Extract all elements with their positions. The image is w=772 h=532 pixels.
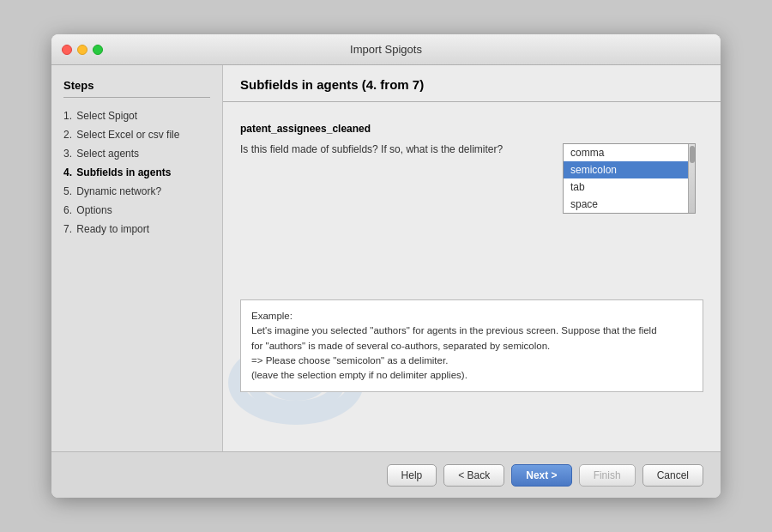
cancel-button[interactable]: Cancel <box>642 464 703 487</box>
example-line-3: => Please choose "semicolon" as a delimi… <box>251 354 692 368</box>
listbox-items: comma semicolon tab space <box>564 144 688 213</box>
close-button[interactable] <box>62 45 72 55</box>
option-semicolon[interactable]: semicolon <box>564 161 688 178</box>
question-col: Is this field made of subfields? If so, … <box>240 143 549 160</box>
steps-list: 1. Select Spigot 2. Select Excel or csv … <box>63 106 210 239</box>
step-1: 1. Select Spigot <box>63 106 210 125</box>
step-6: 6. Options <box>63 201 210 220</box>
minimize-button[interactable] <box>77 45 87 55</box>
footer: Help < Back Next > Finish Cancel <box>51 451 721 498</box>
panel-body: patent_assignees_cleaned Is this field m… <box>223 102 721 451</box>
step-4-active: 4. Subfields in agents <box>63 163 210 182</box>
finish-button: Finish <box>579 464 636 487</box>
option-tab[interactable]: tab <box>564 178 688 196</box>
field-label: patent_assignees_cleaned <box>240 123 703 135</box>
window-controls <box>62 45 103 55</box>
step-5: 5. Dynamic network? <box>63 182 210 201</box>
maximize-button[interactable] <box>93 45 103 55</box>
main-window: Import Spigots Steps 1. Select Spigot 2.… <box>51 34 721 498</box>
help-button[interactable]: Help <box>387 464 437 487</box>
example-box: Example: Let's imagine you selected "aut… <box>240 299 703 392</box>
scrollbar[interactable] <box>688 144 695 213</box>
titlebar: Import Spigots <box>51 34 721 65</box>
listbox-col: comma semicolon tab space <box>563 143 696 214</box>
next-button[interactable]: Next > <box>511 464 571 487</box>
example-title: Example: <box>251 309 692 323</box>
panel-title: Subfields in agents (4. from 7) <box>240 77 424 92</box>
example-line-2: for "authors" is made of several co-auth… <box>251 339 692 354</box>
step-2: 2. Select Excel or csv file <box>63 125 210 144</box>
field-row: Is this field made of subfields? If so, … <box>240 143 703 214</box>
back-button[interactable]: < Back <box>443 464 504 487</box>
option-comma[interactable]: comma <box>564 144 688 161</box>
option-space[interactable]: space <box>564 196 688 213</box>
main-content: Steps 1. Select Spigot 2. Select Excel o… <box>51 65 721 451</box>
example-line-4: (leave the selection empty if no delimit… <box>251 368 692 383</box>
field-question: Is this field made of subfields? If so, … <box>240 143 549 155</box>
step-7: 7. Ready to import <box>63 220 210 239</box>
scrollbar-thumb[interactable] <box>690 146 695 163</box>
window-title: Import Spigots <box>350 43 422 56</box>
sidebar-title: Steps <box>63 79 210 98</box>
delimiter-listbox[interactable]: comma semicolon tab space <box>563 143 696 214</box>
step-3: 3. Select agents <box>63 144 210 163</box>
example-line-1: Let's imagine you selected "authors" for… <box>251 323 692 338</box>
sidebar: Steps 1. Select Spigot 2. Select Excel o… <box>51 65 223 451</box>
panel-header: Subfields in agents (4. from 7) <box>223 65 721 102</box>
right-panel: Subfields in agents (4. from 7) patent_a… <box>223 65 721 451</box>
